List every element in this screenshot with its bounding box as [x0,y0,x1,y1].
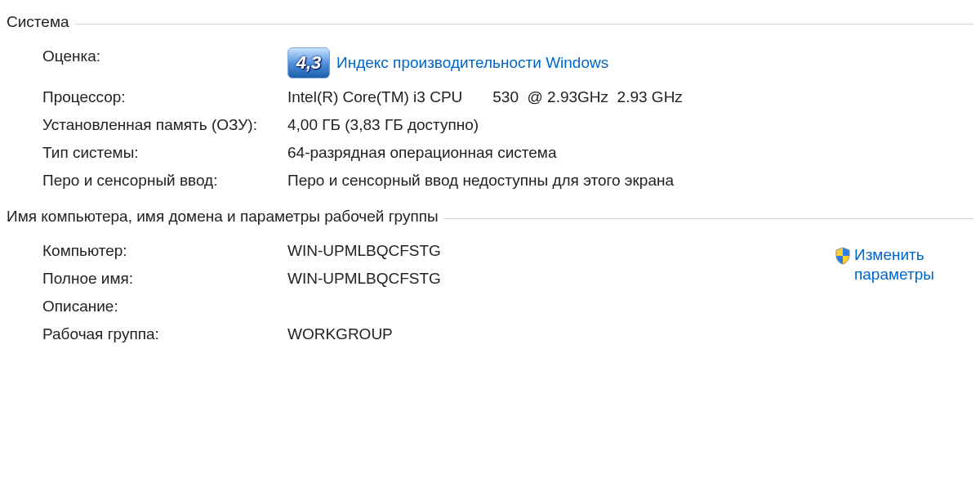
row-full-name: Полное имя: WIN-UPMLBQCFSTG [42,265,967,293]
row-workgroup: Рабочая группа: WORKGROUP [42,320,967,348]
processor-label: Процессор: [42,88,287,106]
system-properties-panel: Система Оценка: 4,3 Индекс производитель… [0,0,980,371]
group-computer-body: Компьютер: WIN-UPMLBQCFSTG Полное имя: W… [7,226,973,351]
description-label: Описание: [42,298,287,316]
rating-value: 4,3 Индекс производительности Windows [287,47,967,78]
system-type-value: 64-разрядная операционная система [287,144,967,162]
system-type-label: Тип системы: [42,144,287,162]
pen-touch-value: Перо и сенсорный ввод недоступны для это… [287,172,967,190]
change-settings-text: Изменить параметры [854,245,965,284]
group-system-body: Оценка: 4,3 Индекс производительности Wi… [7,31,973,198]
wei-score-badge: 4,3 [287,47,330,78]
rating-wrap: 4,3 Индекс производительности Windows [287,47,967,78]
computer-name-label: Компьютер: [42,242,287,260]
row-system-type: Тип системы: 64-разрядная операционная с… [42,139,967,167]
row-description: Описание: [42,293,967,320]
wei-link[interactable]: Индекс производительности Windows [336,54,608,72]
group-computer-legend: Имя компьютера, имя домена и параметры р… [7,208,443,226]
workgroup-value: WORKGROUP [287,325,967,343]
row-rating: Оценка: 4,3 Индекс производительности Wi… [42,43,967,83]
row-ram: Установленная память (ОЗУ): 4,00 ГБ (3,8… [42,111,967,139]
group-system: Система Оценка: 4,3 Индекс производитель… [7,13,973,198]
full-name-label: Полное имя: [42,270,287,288]
row-pen-touch: Перо и сенсорный ввод: Перо и сенсорный … [42,167,967,195]
rating-label: Оценка: [42,47,287,65]
change-settings-link[interactable]: Изменить параметры [835,245,965,284]
uac-shield-icon [835,247,851,265]
row-processor: Процессор: Intel(R) Core(TM) i3 CPU 530 … [42,83,967,111]
group-computer: Имя компьютера, имя домена и параметры р… [7,208,973,351]
change-settings-area: Изменить параметры [835,245,965,284]
ram-value: 4,00 ГБ (3,83 ГБ доступно) [287,116,967,134]
group-system-legend: Система [7,13,74,31]
pen-touch-label: Перо и сенсорный ввод: [42,172,287,190]
ram-label: Установленная память (ОЗУ): [42,116,287,134]
workgroup-label: Рабочая группа: [42,325,287,343]
group-system-divider [7,24,973,25]
row-computer-name: Компьютер: WIN-UPMLBQCFSTG [42,237,967,265]
processor-value: Intel(R) Core(TM) i3 CPU 530 @ 2.93GHz 2… [287,88,967,106]
